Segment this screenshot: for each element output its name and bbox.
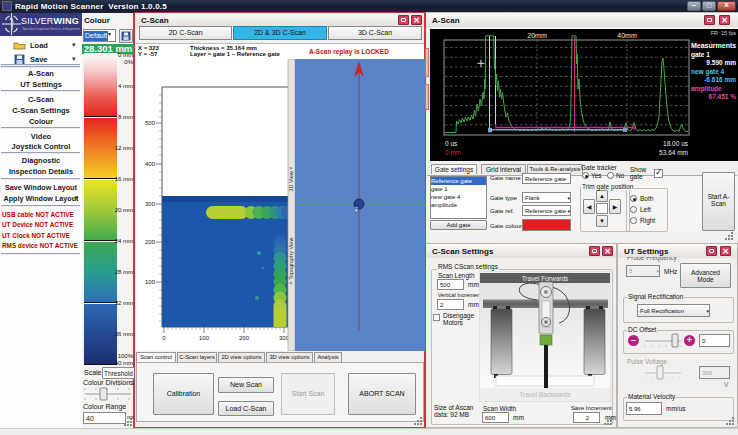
svg-text:-6.616 mm: -6.616 mm bbox=[704, 76, 736, 83]
svg-text:0 mm: 0 mm bbox=[445, 149, 461, 156]
svg-text:FR: 15 fps: FR: 15 fps bbox=[711, 30, 737, 36]
svg-text:Measurments: Measurments bbox=[691, 42, 736, 49]
svg-text:9.590 mm: 9.590 mm bbox=[706, 59, 736, 66]
svg-text:400: 400 bbox=[145, 161, 156, 167]
svg-text:100: 100 bbox=[199, 335, 210, 341]
svg-text:new gate 4: new gate 4 bbox=[691, 68, 725, 76]
svg-text:gate 1: gate 1 bbox=[691, 51, 710, 59]
svg-text:0: 0 bbox=[162, 335, 166, 341]
svg-text:2: 2 bbox=[355, 206, 358, 212]
svg-text:53.64 mm: 53.64 mm bbox=[659, 149, 688, 156]
svg-text:Travel Forwards: Travel Forwards bbox=[522, 275, 569, 282]
svg-text:67.451 %: 67.451 % bbox=[709, 93, 737, 100]
svg-text:18.00 us: 18.00 us bbox=[663, 140, 689, 147]
svg-text:200: 200 bbox=[145, 239, 156, 245]
svg-text:0 us: 0 us bbox=[445, 140, 458, 147]
svg-text:300: 300 bbox=[145, 201, 156, 207]
svg-text:500: 500 bbox=[145, 120, 156, 126]
svg-text:amplitude: amplitude bbox=[691, 85, 722, 93]
svg-text:˄ Topography View: ˄ Topography View bbox=[288, 238, 294, 285]
svg-text:Travel Backwards: Travel Backwards bbox=[519, 391, 571, 398]
svg-text:200: 200 bbox=[239, 335, 250, 341]
svg-text:100: 100 bbox=[145, 279, 156, 285]
svg-text:40mm: 40mm bbox=[617, 32, 637, 39]
svg-text:3D View ˅: 3D View ˅ bbox=[288, 166, 294, 191]
svg-text:20mm: 20mm bbox=[527, 32, 547, 39]
